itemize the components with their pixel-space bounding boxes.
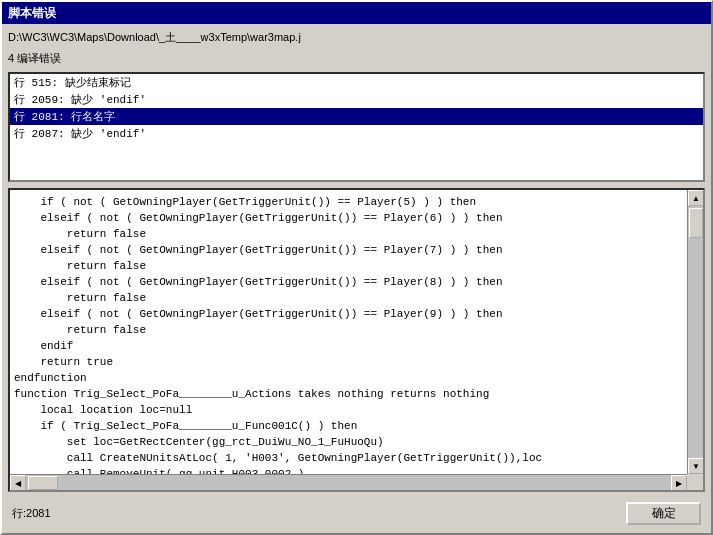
- code-line: local location loc=null: [14, 402, 683, 418]
- code-text: if ( not ( GetOwningPlayer(GetTriggerUni…: [10, 190, 703, 490]
- error-count: 4 编译错误: [8, 51, 705, 66]
- code-line: return false: [14, 322, 683, 338]
- error-item[interactable]: 行 2081: 行名名字: [10, 108, 703, 125]
- scroll-up-button[interactable]: ▲: [688, 190, 703, 206]
- scroll-thumb-h[interactable]: [28, 476, 58, 490]
- error-list: 行 515: 缺少结束标记行 2059: 缺少 'endif'行 2081: 行…: [10, 74, 703, 142]
- code-line: elseif ( not ( GetOwningPlayer(GetTrigge…: [14, 210, 683, 226]
- code-line: elseif ( not ( GetOwningPlayer(GetTrigge…: [14, 274, 683, 290]
- code-line: return false: [14, 290, 683, 306]
- code-line: return true: [14, 354, 683, 370]
- code-line: return false: [14, 258, 683, 274]
- error-item[interactable]: 行 2059: 缺少 'endif': [10, 91, 703, 108]
- code-line: elseif ( not ( GetOwningPlayer(GetTrigge…: [14, 242, 683, 258]
- error-item[interactable]: 行 515: 缺少结束标记: [10, 74, 703, 91]
- footer: 行:2081 确定: [8, 498, 705, 527]
- ok-button[interactable]: 确定: [626, 502, 701, 525]
- error-list-container[interactable]: 行 515: 缺少结束标记行 2059: 缺少 'endif'行 2081: 行…: [8, 72, 705, 182]
- code-line: endif: [14, 338, 683, 354]
- code-content: if ( not ( GetOwningPlayer(GetTriggerUni…: [10, 190, 703, 490]
- error-item[interactable]: 行 2087: 缺少 'endif': [10, 125, 703, 142]
- code-line: set loc=GetRectCenter(gg_rct_DuiWu_NO_1_…: [14, 434, 683, 450]
- scroll-track-h[interactable]: [26, 475, 671, 490]
- scroll-thumb-v[interactable]: [689, 208, 703, 238]
- code-line: return false: [14, 226, 683, 242]
- code-line: call CreateNUnitsAtLoc( 1, 'H003', GetOw…: [14, 450, 683, 466]
- scroll-right-button[interactable]: ▶: [671, 475, 687, 490]
- horizontal-scrollbar[interactable]: ◀ ▶: [10, 474, 687, 490]
- main-window: 脚本错误 D:\WC3\WC3\Maps\Download\_土____w3xT…: [0, 0, 713, 535]
- code-line: elseif ( not ( GetOwningPlayer(GetTrigge…: [14, 306, 683, 322]
- code-line: if ( not ( GetOwningPlayer(GetTriggerUni…: [14, 194, 683, 210]
- scroll-corner: [687, 474, 703, 490]
- scroll-left-button[interactable]: ◀: [10, 475, 26, 490]
- window-content: D:\WC3\WC3\Maps\Download\_土____w3xTemp\w…: [2, 24, 711, 533]
- title-bar: 脚本错误: [2, 2, 711, 24]
- file-path: D:\WC3\WC3\Maps\Download\_土____w3xTemp\w…: [8, 30, 705, 45]
- window-title: 脚本错误: [8, 5, 56, 22]
- code-line: endfunction: [14, 370, 683, 386]
- scroll-track-v[interactable]: [688, 206, 703, 458]
- code-container: if ( not ( GetOwningPlayer(GetTriggerUni…: [8, 188, 705, 492]
- vertical-scrollbar[interactable]: ▲ ▼: [687, 190, 703, 474]
- code-line: if ( Trig_Select_PoFa________u_Func001C(…: [14, 418, 683, 434]
- scroll-down-button[interactable]: ▼: [688, 458, 703, 474]
- line-info: 行:2081: [12, 506, 51, 521]
- code-line: function Trig_Select_PoFa________u_Actio…: [14, 386, 683, 402]
